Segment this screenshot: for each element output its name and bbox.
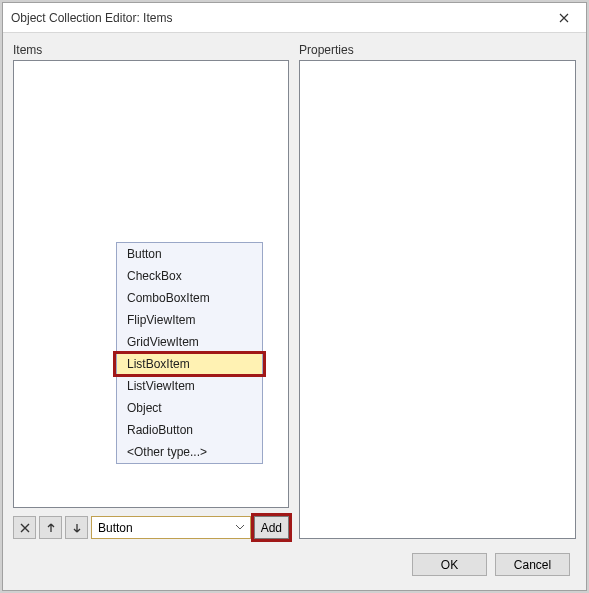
- dropdown-item[interactable]: ListViewItem: [117, 375, 262, 397]
- move-up-button[interactable]: [39, 516, 62, 539]
- remove-button[interactable]: [13, 516, 36, 539]
- type-select[interactable]: Button: [91, 516, 251, 539]
- dropdown-item[interactable]: GridViewItem: [117, 331, 262, 353]
- ok-label: OK: [441, 558, 458, 572]
- titlebar: Object Collection Editor: Items: [3, 3, 586, 33]
- items-label: Items: [13, 43, 289, 57]
- dialog-footer: OK Cancel: [3, 539, 586, 590]
- content-area: Items Button Add: [3, 33, 586, 539]
- dropdown-item[interactable]: RadioButton: [117, 419, 262, 441]
- dropdown-item[interactable]: CheckBox: [117, 265, 262, 287]
- add-button-wrap: Add: [254, 516, 289, 539]
- type-dropdown: ButtonCheckBoxComboBoxItemFlipViewItemGr…: [116, 242, 263, 464]
- cancel-button[interactable]: Cancel: [495, 553, 570, 576]
- selection-highlight-annotation: [113, 351, 266, 377]
- dropdown-item[interactable]: <Other type...>: [117, 441, 262, 463]
- move-down-button[interactable]: [65, 516, 88, 539]
- properties-label: Properties: [299, 43, 576, 57]
- dropdown-item[interactable]: Button: [117, 243, 262, 265]
- close-button[interactable]: [541, 3, 586, 33]
- items-toolbar: Button Add: [13, 516, 289, 539]
- arrow-up-icon: [46, 523, 56, 533]
- dialog-window: Object Collection Editor: Items Items Bu…: [2, 2, 587, 591]
- x-icon: [20, 523, 30, 533]
- close-icon: [559, 13, 569, 23]
- add-button[interactable]: Add: [254, 516, 289, 539]
- add-button-label: Add: [261, 521, 282, 535]
- chevron-down-icon: [236, 525, 244, 530]
- properties-panel[interactable]: [299, 60, 576, 539]
- properties-column: Properties: [299, 43, 576, 539]
- type-select-value: Button: [98, 521, 133, 535]
- dropdown-item[interactable]: ListBoxItem: [117, 353, 262, 375]
- dropdown-item[interactable]: FlipViewItem: [117, 309, 262, 331]
- cancel-label: Cancel: [514, 558, 551, 572]
- dropdown-item[interactable]: ComboBoxItem: [117, 287, 262, 309]
- window-title: Object Collection Editor: Items: [11, 11, 541, 25]
- dropdown-item[interactable]: Object: [117, 397, 262, 419]
- ok-button[interactable]: OK: [412, 553, 487, 576]
- arrow-down-icon: [72, 523, 82, 533]
